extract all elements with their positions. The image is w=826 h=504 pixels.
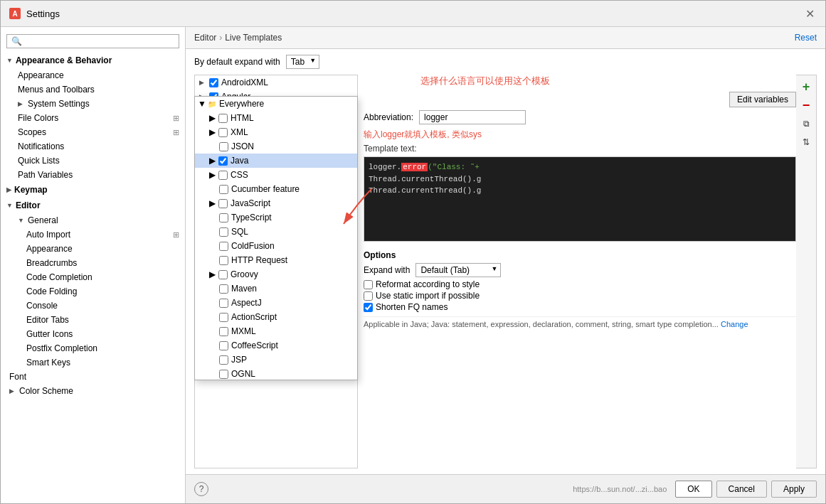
sidebar-item-label: Smart Keys <box>26 358 70 368</box>
dropdown-json[interactable]: JSON <box>195 139 357 154</box>
static-import-checkbox[interactable] <box>364 291 373 301</box>
dropdown-maven[interactable]: Maven <box>195 282 357 296</box>
lang-checkbox[interactable] <box>218 171 228 180</box>
reset-button[interactable]: Reset <box>795 33 817 43</box>
apply-button[interactable]: Apply <box>771 481 817 498</box>
sidebar-item-scopes[interactable]: Scopes ⊞ <box>1 125 185 139</box>
group-androidxml[interactable]: ▶ AndroidXML <box>195 75 357 90</box>
sidebar-section-editor[interactable]: ▼ Editor <box>1 198 185 213</box>
sidebar-item-menus-toolbars[interactable]: Menus and Toolbars <box>1 82 185 97</box>
dropdown-label: Groovy <box>231 269 258 279</box>
sidebar-item-smart-keys[interactable]: Smart Keys <box>1 355 185 370</box>
sidebar-item-system-settings[interactable]: ▶ System Settings <box>1 97 185 111</box>
ok-button[interactable]: OK <box>675 481 711 498</box>
main-content-area: 🔍 ▼ Appearance & Behavior Appearance Men… <box>1 27 825 503</box>
edit-variables-button[interactable]: Edit variables <box>729 92 796 107</box>
sidebar-item-font[interactable]: Font <box>1 370 185 384</box>
help-button[interactable]: ? <box>194 482 208 496</box>
dropdown-label: MXML <box>231 326 256 336</box>
sidebar-item-postfix-completion[interactable]: Postfix Completion <box>1 341 185 355</box>
reformat-label: Reformat according to style <box>376 279 480 289</box>
lang-checkbox[interactable] <box>219 242 228 251</box>
cancel-button[interactable]: Cancel <box>716 481 767 498</box>
expand-with-dropdown[interactable]: Default (Tab) ▼ <box>415 263 501 277</box>
expand-dropdown[interactable]: Tab ▼ <box>286 55 319 69</box>
add-button[interactable]: + <box>798 78 815 95</box>
dropdown-aspectj[interactable]: AspectJ <box>195 296 357 310</box>
dropdown-mxml[interactable]: MXML <box>195 324 357 338</box>
dropdown-jsp[interactable]: JSP <box>195 353 357 367</box>
dropdown-everywhere[interactable]: ▼ 📁 Everywhere <box>195 97 357 111</box>
sidebar-item-appearance[interactable]: Appearance <box>1 68 185 82</box>
template-text-label: Template text: <box>364 144 796 154</box>
sidebar-item-file-colors[interactable]: File Colors ⊞ <box>1 111 185 125</box>
sidebar-item-breadcrumbs[interactable]: Breadcrumbs <box>1 256 185 270</box>
lang-checkbox[interactable] <box>219 256 228 265</box>
sidebar-item-appearance2[interactable]: Appearance <box>1 242 185 256</box>
lang-checkbox[interactable] <box>219 370 228 379</box>
dropdown-coffeescript[interactable]: CoffeeScript <box>195 338 357 353</box>
template-code-editor[interactable]: logger.error("Class: ˜+ Thread.currentTh… <box>364 156 796 242</box>
lang-checkbox[interactable] <box>219 142 228 151</box>
dropdown-html[interactable]: ▶ HTML <box>195 111 357 125</box>
remove-button[interactable]: − <box>798 97 815 114</box>
sidebar-item-code-folding[interactable]: Code Folding <box>1 284 185 299</box>
lang-checkbox[interactable] <box>219 341 228 350</box>
lang-checkbox[interactable] <box>219 355 228 365</box>
dropdown-label: Java <box>231 156 248 166</box>
dropdown-ognl[interactable]: OGNL <box>195 367 357 380</box>
lang-checkbox[interactable] <box>219 227 228 237</box>
copy-button[interactable]: ⧉ <box>798 115 815 132</box>
expand-arrow: ▶ <box>18 100 25 107</box>
lang-checkbox[interactable] <box>219 327 228 336</box>
dropdown-xml[interactable]: ▶ XML <box>195 125 357 139</box>
abbreviation-input[interactable] <box>419 110 526 124</box>
sidebar: 🔍 ▼ Appearance & Behavior Appearance Men… <box>1 27 186 503</box>
lang-checkbox[interactable] <box>218 199 228 208</box>
sidebar-item-notifications[interactable]: Notifications <box>1 139 185 154</box>
lang-checkbox[interactable] <box>218 128 228 137</box>
sidebar-item-auto-import[interactable]: Auto Import ⊞ <box>1 227 185 242</box>
lang-checkbox[interactable] <box>218 156 228 166</box>
lang-checkbox[interactable] <box>219 299 228 308</box>
dropdown-coldfusion[interactable]: ColdFusion <box>195 239 357 253</box>
sidebar-item-quick-lists[interactable]: Quick Lists <box>1 154 185 168</box>
sidebar-item-console[interactable]: Console <box>1 299 185 313</box>
dropdown-javascript[interactable]: ▶ JavaScript <box>195 196 357 210</box>
close-button[interactable]: ✕ <box>803 6 817 21</box>
shorten-fq-checkbox[interactable] <box>364 303 373 312</box>
dropdown-cucumber[interactable]: Cucumber feature <box>195 182 357 196</box>
sidebar-section-appearance-behavior[interactable]: ▼ Appearance & Behavior <box>1 53 185 68</box>
dropdown-sql[interactable]: SQL <box>195 225 357 239</box>
sidebar-item-editor-tabs[interactable]: Editor Tabs <box>1 313 185 327</box>
sidebar-section-keymap[interactable]: ▶ Keymap <box>1 182 185 198</box>
sidebar-item-gutter-icons[interactable]: Gutter Icons <box>1 327 185 341</box>
sidebar-item-path-variables[interactable]: Path Variables <box>1 168 185 182</box>
dropdown-typescript[interactable]: TypeScript <box>195 210 357 225</box>
sidebar-item-general[interactable]: ▼ General <box>1 213 185 227</box>
lang-checkbox[interactable] <box>218 114 228 123</box>
sidebar-item-label: Breadcrumbs <box>26 258 77 268</box>
lang-checkbox[interactable] <box>219 185 228 194</box>
title-bar: A Settings ✕ <box>1 1 825 27</box>
lang-checkbox[interactable] <box>218 270 228 279</box>
sidebar-item-color-scheme[interactable]: ▶ Color Scheme <box>1 384 185 398</box>
search-input[interactable] <box>25 36 174 46</box>
dropdown-groovy[interactable]: ▶ Groovy <box>195 267 357 282</box>
lang-checkbox[interactable] <box>219 313 228 322</box>
reformat-checkbox[interactable] <box>364 280 373 289</box>
window-title: Settings <box>26 9 60 19</box>
dropdown-css[interactable]: ▶ CSS <box>195 168 357 182</box>
sidebar-item-code-completion[interactable]: Code Completion <box>1 270 185 284</box>
dropdown-java[interactable]: ▶ Java <box>195 154 357 168</box>
dropdown-actionscript[interactable]: ActionScript <box>195 310 357 324</box>
expand-arrow: ▶ <box>209 198 216 208</box>
lang-checkbox[interactable] <box>219 284 228 294</box>
group-checkbox[interactable] <box>209 78 218 87</box>
search-box[interactable]: 🔍 <box>6 34 179 48</box>
search-icon: 🔍 <box>11 36 22 46</box>
move-button[interactable]: ⇅ <box>798 134 815 151</box>
change-link[interactable]: Change <box>721 320 748 328</box>
lang-checkbox[interactable] <box>219 213 228 222</box>
dropdown-http-request[interactable]: HTTP Request <box>195 253 357 267</box>
